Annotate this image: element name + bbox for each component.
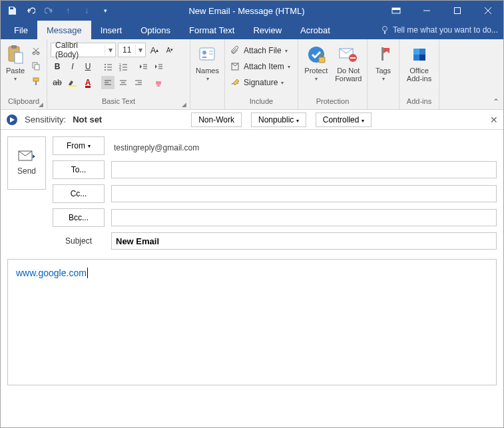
grow-font-icon[interactable]: A▴ <box>148 43 161 57</box>
send-button[interactable]: Send <box>7 136 46 190</box>
message-body[interactable]: www.google.com <box>7 259 497 385</box>
svg-point-19 <box>105 69 106 71</box>
svg-point-4 <box>382 27 387 31</box>
group-include-label: Include <box>250 97 273 105</box>
clipboard-launcher-icon[interactable]: ◢ <box>39 101 43 108</box>
sensitivity-controlled[interactable]: Controlled ▾ <box>316 112 372 127</box>
cc-field[interactable] <box>111 185 497 202</box>
redo-icon <box>42 3 57 18</box>
strike-icon[interactable]: ab <box>51 76 64 89</box>
svg-text:3: 3 <box>119 68 121 71</box>
subject-label: Subject <box>53 236 105 246</box>
save-icon[interactable] <box>5 3 19 18</box>
svg-point-17 <box>105 67 106 68</box>
sensitivity-close-icon[interactable]: ✕ <box>490 114 498 125</box>
do-not-forward-button[interactable]: Do Not Forward <box>334 41 364 83</box>
highlight-icon[interactable] <box>66 76 79 89</box>
align-center-icon[interactable] <box>117 76 130 89</box>
attach-file-button[interactable]: Attach File▾ <box>228 44 288 57</box>
tab-format-text[interactable]: Format Text <box>180 21 244 39</box>
cut-icon[interactable] <box>29 44 43 57</box>
sensitivity-icon <box>6 114 18 126</box>
font-color-icon[interactable]: A <box>81 76 95 89</box>
svg-rect-43 <box>156 81 161 85</box>
paperclip-icon <box>228 44 242 57</box>
attach-item-button[interactable]: Attach Item▾ <box>228 60 290 73</box>
svg-rect-14 <box>35 81 37 85</box>
underline-icon[interactable]: U <box>81 60 95 73</box>
from-button[interactable]: From ▾ <box>53 136 105 155</box>
office-addins-button[interactable]: Office Add-ins <box>403 41 435 83</box>
decrease-indent-icon[interactable] <box>136 60 150 73</box>
svg-rect-13 <box>33 78 39 81</box>
ribbon-tabs: File Message Insert Options Format Text … <box>1 21 503 39</box>
sensitivity-value: Not set <box>73 114 102 124</box>
bullets-icon[interactable] <box>101 60 115 73</box>
svg-rect-54 <box>381 47 383 61</box>
minimize-button[interactable] <box>411 1 442 21</box>
subject-field[interactable] <box>111 232 497 250</box>
sensitivity-nonpublic[interactable]: Nonpublic ▾ <box>251 112 306 127</box>
names-button[interactable]: Names ▾ <box>194 41 221 82</box>
signature-icon <box>228 76 242 89</box>
sensitivity-nonwork[interactable]: Non-Work <box>191 112 242 127</box>
svg-rect-33 <box>69 85 77 87</box>
shrink-font-icon[interactable]: A▾ <box>163 43 176 57</box>
svg-rect-7 <box>11 45 17 49</box>
bcc-button[interactable]: Bcc... <box>53 208 105 227</box>
protect-button[interactable]: Protect ▾ <box>302 41 331 82</box>
svg-point-45 <box>202 51 206 55</box>
undo-icon[interactable] <box>23 3 38 18</box>
copy-icon[interactable] <box>29 59 43 73</box>
body-link[interactable]: www.google.com <box>16 268 87 278</box>
up-icon: ↑ <box>61 3 75 18</box>
align-right-icon[interactable] <box>132 76 145 89</box>
paste-button[interactable]: Paste ▾ <box>4 41 27 82</box>
bcc-field[interactable] <box>111 209 497 226</box>
close-button[interactable] <box>473 1 503 21</box>
signature-button[interactable]: Signature▾ <box>228 76 284 89</box>
svg-rect-53 <box>350 57 356 59</box>
ribbon-display-button[interactable] <box>381 1 411 21</box>
to-button[interactable]: To... <box>53 160 105 179</box>
qat-customize-icon[interactable]: ▾ <box>98 3 113 18</box>
italic-icon[interactable]: I <box>66 60 79 73</box>
tab-options[interactable]: Options <box>131 21 180 39</box>
sensitivity-bar: Sensitivity: Not set Non-Work Nonpublic … <box>1 110 503 130</box>
svg-rect-50 <box>319 57 325 63</box>
svg-rect-8 <box>15 53 23 63</box>
window-title: New Email - Message (HTML) <box>113 6 381 16</box>
bold-icon[interactable]: B <box>51 60 64 73</box>
attach-item-icon <box>228 60 242 73</box>
svg-rect-3 <box>455 8 461 14</box>
format-painter-icon[interactable] <box>29 75 43 88</box>
font-size-combo[interactable]: 11▾ <box>118 43 146 57</box>
svg-rect-57 <box>419 55 425 61</box>
tab-review[interactable]: Review <box>244 21 291 39</box>
collapse-ribbon-icon[interactable]: ⌃ <box>493 97 499 107</box>
svg-point-15 <box>105 64 106 65</box>
maximize-button[interactable] <box>442 1 473 21</box>
svg-rect-1 <box>392 8 400 10</box>
tab-file[interactable]: File <box>5 21 37 39</box>
numbering-icon[interactable]: 123 <box>117 60 130 73</box>
increase-indent-icon[interactable] <box>152 60 165 73</box>
basictext-launcher-icon[interactable]: ◢ <box>182 101 186 108</box>
group-basictext-label: Basic Text <box>102 97 135 105</box>
tags-button[interactable]: Tags ▾ <box>371 41 395 82</box>
group-clipboard-label: Clipboard <box>8 97 39 105</box>
svg-rect-12 <box>35 65 39 70</box>
tell-me[interactable]: Tell me what you want to do... <box>340 21 503 39</box>
tab-insert[interactable]: Insert <box>91 21 132 39</box>
group-addins-label: Add-ins <box>407 97 431 105</box>
tab-acrobat[interactable]: Acrobat <box>291 21 340 39</box>
sensitivity-label: Sensitivity: <box>25 114 66 124</box>
cc-button[interactable]: Cc... <box>53 184 105 203</box>
align-left-icon[interactable] <box>101 76 115 89</box>
tell-me-label: Tell me what you want to do... <box>393 25 498 35</box>
font-combo[interactable]: Calibri (Body)▾ <box>51 43 116 57</box>
to-field[interactable] <box>111 161 497 178</box>
clear-format-icon[interactable] <box>152 76 165 89</box>
send-label: Send <box>17 166 36 176</box>
tab-message[interactable]: Message <box>37 21 91 39</box>
